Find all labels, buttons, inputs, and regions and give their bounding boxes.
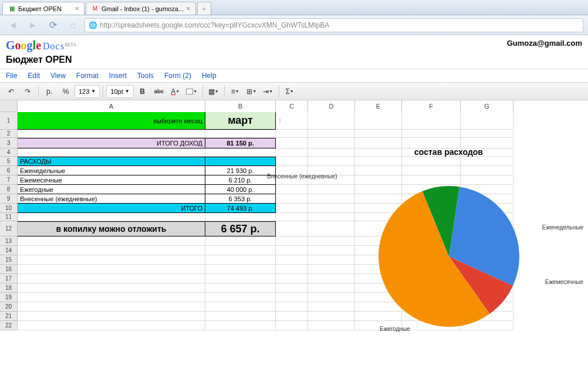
cell-A8[interactable]: Ежегодные — [18, 185, 205, 194]
row-header-10[interactable]: 10 — [0, 204, 18, 213]
row-header-5[interactable]: 5 — [0, 157, 18, 166]
menu-insert[interactable]: Insert — [109, 72, 127, 80]
user-email[interactable]: Gumoza@gmail.com — [507, 39, 582, 48]
close-icon[interactable]: × — [186, 4, 191, 13]
row-header-22[interactable]: 22 — [0, 321, 18, 330]
cell-C4[interactable] — [276, 148, 308, 157]
cell-A6[interactable]: Еженедельные — [18, 166, 205, 175]
bold-button[interactable]: B — [135, 85, 150, 99]
cell-A13[interactable] — [18, 236, 205, 246]
cell-A16[interactable] — [18, 265, 205, 274]
menu-view[interactable]: View — [50, 72, 66, 80]
percent-button[interactable]: % — [58, 85, 73, 99]
row-header-20[interactable]: 20 — [0, 302, 18, 312]
cell-D2[interactable] — [308, 130, 355, 138]
row-header-14[interactable]: 14 — [0, 246, 18, 255]
menu-edit[interactable]: Edit — [28, 72, 40, 80]
cell-B16[interactable] — [205, 265, 276, 274]
currency-button[interactable]: p. — [42, 85, 57, 99]
row-header-7[interactable]: 7 — [0, 175, 18, 185]
row-header-16[interactable]: 16 — [0, 265, 18, 274]
cell-B9[interactable]: 6 353 р. — [205, 194, 276, 204]
cell-C19[interactable] — [276, 293, 308, 302]
row-header-8[interactable]: 8 — [0, 185, 18, 194]
select-all-corner[interactable] — [0, 100, 18, 112]
cell-C2[interactable] — [276, 130, 308, 138]
row-header-17[interactable]: 17 — [0, 274, 18, 283]
cell-C20[interactable] — [276, 302, 308, 312]
cell-C13[interactable] — [276, 236, 308, 246]
reload-button[interactable]: ⟳ — [45, 17, 61, 33]
cell-A3[interactable]: ИТОГО ДОХОД — [18, 138, 205, 148]
column-header-A[interactable]: A — [18, 100, 205, 112]
cell-B2[interactable] — [205, 130, 276, 138]
row-header-6[interactable]: 6 — [0, 166, 18, 175]
cell-B22[interactable] — [205, 321, 276, 330]
cell-C15[interactable] — [276, 255, 308, 265]
row-header-19[interactable]: 19 — [0, 293, 18, 302]
column-header-F[interactable]: F — [402, 100, 461, 112]
cell-C3[interactable] — [276, 138, 308, 148]
row-header-18[interactable]: 18 — [0, 283, 18, 293]
cell-E2[interactable] — [355, 130, 402, 138]
cell-C14[interactable] — [276, 246, 308, 255]
cell-B19[interactable] — [205, 293, 276, 302]
text-color-button[interactable]: A▼ — [168, 85, 183, 99]
cell-B7[interactable]: 6 210 р. — [205, 175, 276, 185]
menu-file[interactable]: File — [6, 72, 17, 80]
row-header-4[interactable]: 4 — [0, 148, 18, 157]
new-tab-button[interactable]: + — [197, 2, 211, 15]
document-title[interactable]: Бюджет OPEN — [0, 53, 588, 69]
cell-A9[interactable]: Внесенные (ежедневные) — [18, 194, 205, 204]
column-header-G[interactable]: G — [461, 100, 513, 112]
row-header-15[interactable]: 15 — [0, 255, 18, 265]
cell-A10[interactable]: ИТОГО — [18, 204, 205, 213]
align-button[interactable]: ≡▼ — [228, 85, 243, 99]
strikethrough-button[interactable]: abc — [151, 85, 167, 99]
cell-B18[interactable] — [205, 283, 276, 293]
cell-A12[interactable]: в копилку можно отложить — [18, 221, 205, 236]
row-header-3[interactable]: 3 — [0, 138, 18, 148]
home-button[interactable]: ⌂ — [65, 17, 81, 33]
cell-A21[interactable] — [18, 312, 205, 321]
forward-button[interactable]: ► — [25, 17, 41, 33]
cell-C21[interactable] — [276, 312, 308, 321]
number-format-select[interactable]: 123▼ — [75, 85, 100, 98]
cell-B21[interactable] — [205, 312, 276, 321]
formula-button[interactable]: Σ▼ — [282, 85, 298, 99]
merge-button[interactable]: ⇥▼ — [261, 85, 276, 99]
cell-G2[interactable] — [461, 130, 513, 138]
row-header-2[interactable]: 2 — [0, 130, 18, 138]
browser-tab-1[interactable]: M Gmail - Inbox (1) - gumoza... × — [86, 2, 196, 15]
cell-C18[interactable] — [276, 283, 308, 293]
url-input[interactable]: 🌐 http://spreadsheets.google.com/ccc?key… — [85, 18, 583, 32]
cell-F2[interactable] — [402, 130, 461, 138]
cell-A4[interactable] — [18, 148, 205, 157]
cell-A2[interactable] — [18, 130, 205, 138]
row-header-12[interactable]: 12 — [0, 221, 18, 236]
menu-tools[interactable]: Tools — [137, 72, 154, 80]
close-icon[interactable]: × — [75, 4, 79, 13]
chart-container[interactable]: состав расходов Внесенные (ежедневные) Е… — [314, 147, 583, 365]
cell-C22[interactable] — [276, 321, 308, 330]
cell-A18[interactable] — [18, 283, 205, 293]
column-header-C[interactable]: C — [276, 100, 308, 112]
fill-color-button[interactable]: ▼ — [184, 85, 200, 99]
cell-C1[interactable]: 3 — [276, 112, 308, 130]
cell-A15[interactable] — [18, 255, 205, 265]
cell-A7[interactable]: Ежемесячные — [18, 175, 205, 185]
row-header-1[interactable]: 1 — [0, 112, 18, 130]
cell-C9[interactable] — [276, 194, 308, 204]
cell-B11[interactable] — [205, 213, 276, 221]
cell-B20[interactable] — [205, 302, 276, 312]
undo-button[interactable]: ↶ — [4, 85, 19, 99]
row-header-13[interactable]: 13 — [0, 236, 18, 246]
cell-C17[interactable] — [276, 274, 308, 283]
cell-C5[interactable] — [276, 157, 308, 166]
cell-A14[interactable] — [18, 246, 205, 255]
cell-E1[interactable] — [355, 112, 402, 130]
font-size-select[interactable]: 10pt▼ — [106, 85, 133, 98]
cell-C8[interactable] — [276, 185, 308, 194]
cell-B6[interactable]: 21 930 р. — [205, 166, 276, 175]
cell-A22[interactable] — [18, 321, 205, 330]
